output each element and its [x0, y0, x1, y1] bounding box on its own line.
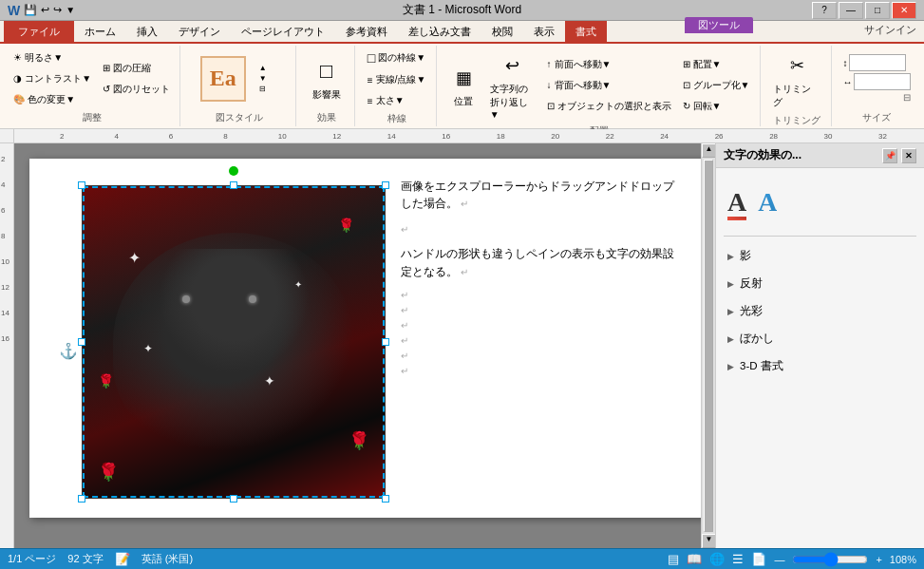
quick-access-more[interactable]: ▼	[66, 5, 75, 15]
color-change-icon: 🎨	[13, 94, 25, 104]
image-tools-label: 図ツール	[685, 17, 753, 33]
panel-close-btn[interactable]: ✕	[901, 148, 916, 163]
btn-wrap[interactable]: ↩ 文字列の折り返し▼	[485, 47, 540, 123]
text-a-styled[interactable]: A	[758, 187, 777, 220]
style-up-arrow[interactable]: ▲	[248, 64, 278, 72]
btn-border-weight[interactable]: ≡ 太さ▼	[363, 91, 409, 110]
help-button[interactable]: ?	[812, 2, 837, 19]
group-arrange-content: ▦ 位置 ↩ 文字列の折り返し▼ ↑ 前面へ移動▼ ↓	[444, 47, 754, 123]
blur-label: ぼかし	[740, 332, 913, 346]
tab-insert[interactable]: 挿入	[126, 21, 168, 42]
tab-design[interactable]: デザイン	[168, 21, 231, 42]
panel-item-shadow[interactable]: ▶ 影	[724, 244, 916, 268]
btn-align[interactable]: ⊞ 配置▼	[678, 55, 726, 74]
height-input[interactable]: 79.38 mm	[849, 54, 906, 71]
zoom-slider[interactable]	[792, 555, 868, 564]
view-read-icon[interactable]: 📖	[687, 552, 702, 566]
quick-redo[interactable]: ↪	[53, 4, 62, 16]
spacer-return: ↵	[401, 224, 408, 235]
document-area[interactable]: ⚓	[14, 143, 701, 548]
sparkle-4: ✦	[264, 373, 275, 389]
panel-divider	[724, 236, 916, 237]
btn-backward[interactable]: ↓ 背面へ移動▼	[542, 76, 616, 95]
btn-contrast[interactable]: ◑ コントラスト▼	[9, 69, 96, 88]
scroll-up-btn[interactable]: ▲	[702, 143, 716, 158]
btn-border-color[interactable]: □ 図の枠線▼	[363, 47, 430, 68]
para2-return: ↵	[461, 267, 468, 277]
zoom-in-icon[interactable]: +	[876, 554, 881, 565]
statusbar-right: ▤ 📖 🌐 ☰ 📄 — + 108%	[668, 552, 916, 566]
view-draft-icon[interactable]: 📄	[751, 552, 766, 566]
btn-position[interactable]: ▦ 位置	[444, 60, 483, 111]
handle-bottom-right[interactable]	[382, 495, 389, 503]
sparkle-1: ✦	[128, 249, 141, 267]
btn-forward[interactable]: ↑ 前面へ移動▼	[542, 55, 616, 74]
tab-home[interactable]: ホーム	[74, 21, 126, 42]
zoom-out-icon[interactable]: —	[774, 554, 784, 565]
minimize-button[interactable]: —	[839, 2, 863, 19]
handle-top-left[interactable]	[78, 181, 85, 189]
close-button[interactable]: ✕	[892, 2, 916, 19]
style-expand[interactable]: ⊟	[248, 85, 278, 93]
image-container[interactable]: ⚓	[82, 185, 386, 499]
btn-border-dash[interactable]: ≡ 実線/点線▼	[363, 70, 431, 89]
tab-pagelayout[interactable]: ページレイアウト	[231, 21, 335, 42]
btn-compress[interactable]: ⊞ 図の圧縮	[98, 59, 156, 78]
handle-top-center[interactable]	[230, 181, 237, 189]
btn-group[interactable]: ⊡ グループ化▼	[678, 76, 755, 95]
style-preview-1[interactable]: Ea	[200, 56, 246, 102]
view-web-icon[interactable]: 🌐	[709, 552, 725, 566]
rotate-handle[interactable]	[229, 166, 238, 176]
handle-middle-right[interactable]	[382, 338, 389, 346]
tab-mailings[interactable]: 差し込み文書	[398, 21, 481, 42]
btn-select-pane[interactable]: ⊡ オブジェクトの選択と表示	[542, 97, 676, 116]
vertical-scrollbar[interactable]: ▲ ▼	[701, 143, 715, 548]
btn-color-change[interactable]: 🎨 色の変更▼	[9, 90, 80, 109]
btn-effects[interactable]: □ 影響果	[307, 53, 347, 104]
maximize-button[interactable]: □	[865, 2, 890, 19]
size-expand-icon[interactable]: ⊟	[842, 92, 911, 103]
shadow-label: 影	[740, 249, 913, 263]
tab-file[interactable]: ファイル	[4, 21, 74, 42]
contrast-icon: ◑	[13, 73, 22, 84]
scroll-thumb[interactable]	[704, 160, 713, 532]
handle-bottom-left[interactable]	[78, 495, 85, 503]
btn-rotate[interactable]: ↻ 回転▼	[678, 97, 726, 116]
signin-button[interactable]: サインイン	[864, 23, 916, 37]
panel-item-3d[interactable]: ▶ 3-D 書式	[724, 354, 916, 378]
btn-reset[interactable]: ↺ 図のリセット	[98, 80, 175, 99]
btn-brightness[interactable]: ☀ 明るさ▼	[9, 48, 67, 67]
underline-red	[727, 217, 746, 219]
text-a-plain[interactable]: A	[727, 187, 746, 220]
group-size: ↕ 79.38 mm ↔ 79.38 mm ⊟ サイズ	[834, 46, 920, 126]
panel-item-glow[interactable]: ▶ 光彩	[724, 299, 916, 323]
tab-format[interactable]: 書式	[565, 21, 607, 42]
tab-view[interactable]: 表示	[523, 21, 565, 42]
panel-item-blur[interactable]: ▶ ぼかし	[724, 327, 916, 351]
quick-undo[interactable]: ↩	[41, 4, 49, 16]
rotate-label: 回転▼	[693, 100, 722, 113]
document-image[interactable]: ✦ ✦ ✦ ✦ 🌹 🌹 🌹 🌹	[82, 185, 386, 499]
style-down-arrow[interactable]: ▼	[248, 74, 278, 83]
language[interactable]: 英語 (米国)	[141, 552, 193, 566]
quick-save[interactable]: 💾	[24, 4, 37, 16]
handle-middle-left[interactable]	[78, 338, 85, 346]
width-input[interactable]: 79.38 mm	[854, 73, 911, 90]
handle-bottom-center[interactable]	[230, 495, 237, 503]
view-normal-icon[interactable]: ▤	[668, 552, 679, 566]
tab-references[interactable]: 参考資料	[335, 21, 398, 42]
panel-pin-btn[interactable]: 📌	[882, 148, 897, 163]
statusbar-left: 1/1 ページ 92 文字 📝 英語 (米国)	[8, 552, 193, 566]
handle-top-right[interactable]	[382, 181, 389, 189]
group-label: グループ化▼	[693, 79, 750, 92]
scroll-down-btn[interactable]: ▼	[702, 534, 716, 548]
paragraph-2: ハンドルの形状も違うしペインの表示も文字の効果設定となる。 ↵	[401, 245, 675, 280]
tab-review[interactable]: 校閲	[481, 21, 523, 42]
main-row: 2 4 6 8 10 12 14 16	[0, 143, 924, 548]
paragraph-spacer: ↵	[401, 220, 675, 237]
panel-item-reflection[interactable]: ▶ 反射	[724, 272, 916, 295]
track-changes-icon[interactable]: 📝	[115, 552, 130, 566]
view-outline-icon[interactable]: ☰	[732, 552, 744, 566]
btn-trim[interactable]: ✂ トリミング	[768, 47, 824, 112]
group-effects-content: □ 影響果	[307, 47, 347, 109]
